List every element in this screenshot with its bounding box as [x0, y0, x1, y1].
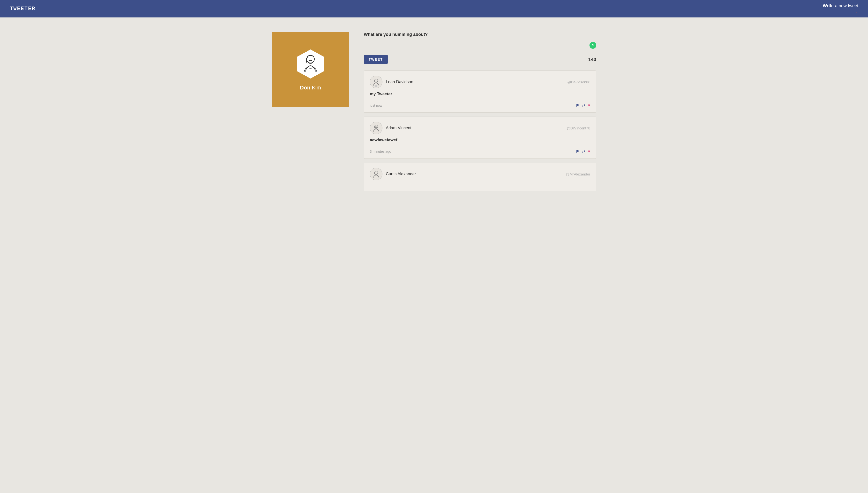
avatar: [370, 122, 383, 134]
tweet-card-header: Leah Davidson @Davidson86: [370, 76, 590, 88]
tweet-text: aewfawefawef: [370, 138, 590, 143]
tweet-actions: ⚑ ⇄ ♥: [576, 103, 591, 108]
svg-point-4: [374, 125, 378, 128]
main-content: Don Kim What are you humming about? ↻ TW…: [252, 18, 616, 210]
svg-point-5: [374, 171, 378, 174]
retweet-icon[interactable]: ⇄: [582, 103, 585, 108]
chevron-down-icon: ⌄: [855, 9, 858, 14]
logo: TWEETER: [10, 6, 36, 12]
tweet-actions: ⚑ ⇄ ♥: [576, 149, 591, 154]
tweet-divider: [370, 146, 590, 146]
avatar: [370, 168, 383, 180]
refresh-icon[interactable]: ↻: [590, 42, 596, 49]
tweet-card: Leah Davidson @Davidson86 my Tweeter jus…: [364, 70, 596, 113]
user-handle: @MrAlexander: [566, 172, 590, 176]
tweet-button[interactable]: TWEET: [364, 55, 388, 64]
svg-point-3: [375, 85, 377, 87]
tweet-user-info: Curtis Alexander: [370, 168, 416, 180]
tweet-user-info: Adam Vincent: [370, 122, 411, 134]
heart-icon[interactable]: ♥: [588, 149, 591, 154]
heart-icon[interactable]: ♥: [588, 103, 591, 108]
flag-icon[interactable]: ⚑: [576, 103, 579, 108]
write-word: Write: [823, 3, 833, 8]
avatar: [370, 76, 383, 88]
user-handle: @Davidson86: [567, 80, 590, 84]
compose-actions: TWEET 140: [364, 55, 596, 64]
profile-name: Don Kim: [300, 85, 321, 91]
tweet-card: Adam Vincent @DrVincent78 aewfawefawef 3…: [364, 116, 596, 159]
profile-card: Don Kim: [272, 32, 349, 107]
tweet-user-info: Leah Davidson: [370, 76, 413, 88]
flag-icon[interactable]: ⚑: [576, 149, 579, 154]
user-name: Adam Vincent: [386, 126, 411, 130]
avatar: [295, 48, 326, 80]
compose-input-row: ↻: [364, 42, 596, 51]
tweet-time: 3 minutes ago: [370, 150, 391, 153]
user-name: Curtis Alexander: [386, 172, 416, 176]
tweet-time: just now: [370, 104, 382, 107]
compose-input[interactable]: [364, 43, 590, 47]
retweet-icon[interactable]: ⇄: [582, 149, 585, 154]
profile-last-name: Kim: [312, 85, 321, 91]
tweet-divider: [370, 100, 590, 100]
content-area: What are you humming about? ↻ TWEET 140: [364, 32, 596, 195]
user-name: Leah Davidson: [386, 80, 413, 84]
header: TWEETER Write a new tweet ⌄: [0, 0, 868, 18]
user-handle: @DrVincent78: [567, 126, 591, 130]
tweet-text: my Tweeter: [370, 92, 590, 97]
write-tweet-button[interactable]: Write a new tweet ⌄: [823, 3, 858, 14]
write-tweet-rest: a new tweet: [835, 3, 858, 8]
tweet-footer: 3 minutes ago ⚑ ⇄ ♥: [370, 149, 590, 154]
char-count: 140: [588, 57, 596, 62]
tweet-footer: just now ⚑ ⇄ ♥: [370, 103, 590, 108]
tweet-card-header: Curtis Alexander @MrAlexander: [370, 168, 590, 180]
tweet-card: Curtis Alexander @MrAlexander: [364, 163, 596, 191]
tweet-card-header: Adam Vincent @DrVincent78: [370, 122, 590, 134]
compose-label: What are you humming about?: [364, 32, 596, 37]
profile-first-name: Don: [300, 85, 311, 91]
tweet-list: Leah Davidson @Davidson86 my Tweeter jus…: [364, 70, 596, 191]
